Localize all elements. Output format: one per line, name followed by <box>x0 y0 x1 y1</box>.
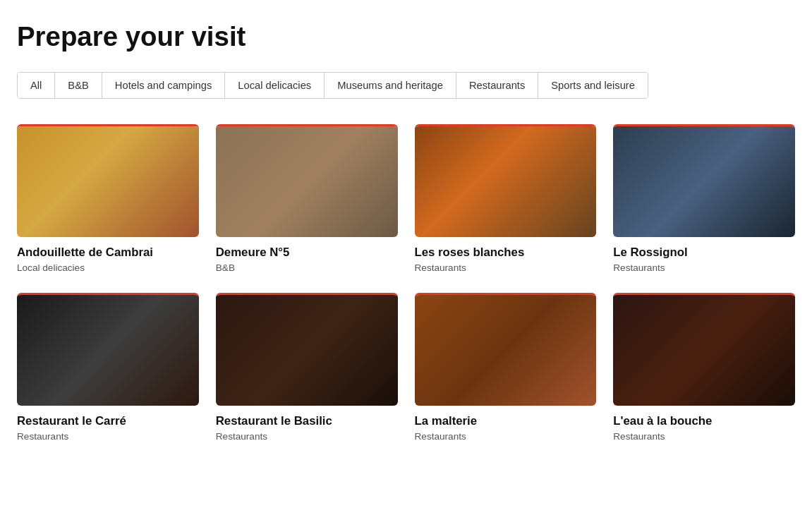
card-title-7: La malterie <box>415 414 597 428</box>
filter-btn-restaurants[interactable]: Restaurants <box>456 73 538 98</box>
card-title-4: Le Rossignol <box>613 246 795 260</box>
card-title-2: Demeure N°5 <box>216 246 398 260</box>
card-item-6[interactable]: Restaurant le BasilicRestaurants <box>216 293 398 442</box>
filter-btn-hotels[interactable]: Hotels and campings <box>102 73 225 98</box>
card-title-3: Les roses blanches <box>415 246 597 260</box>
card-title-8: L'eau à la bouche <box>613 414 795 428</box>
filter-btn-bb[interactable]: B&B <box>55 73 102 98</box>
card-item-3[interactable]: Les roses blanchesRestaurants <box>415 124 597 273</box>
card-image-3 <box>415 124 597 237</box>
card-title-1: Andouillette de Cambrai <box>17 246 199 260</box>
card-item-2[interactable]: Demeure N°5B&B <box>216 124 398 273</box>
card-image-6 <box>216 293 398 406</box>
card-item-7[interactable]: La malterieRestaurants <box>415 293 597 442</box>
card-category-1: Local delicacies <box>17 262 199 273</box>
filter-btn-local[interactable]: Local delicacies <box>225 73 325 98</box>
card-title-5: Restaurant le Carré <box>17 414 199 428</box>
filter-btn-sports[interactable]: Sports and leisure <box>538 73 648 98</box>
card-title-6: Restaurant le Basilic <box>216 414 398 428</box>
card-image-5 <box>17 293 199 406</box>
card-item-1[interactable]: Andouillette de CambraiLocal delicacies <box>17 124 199 273</box>
filter-btn-all[interactable]: All <box>18 73 55 98</box>
card-category-8: Restaurants <box>613 431 795 442</box>
cards-grid: Andouillette de CambraiLocal delicaciesD… <box>17 124 795 442</box>
page-title: Prepare your visit <box>17 21 795 52</box>
card-item-5[interactable]: Restaurant le CarréRestaurants <box>17 293 199 442</box>
filter-bar: AllB&BHotels and campingsLocal delicacie… <box>17 72 648 99</box>
card-category-3: Restaurants <box>415 262 597 273</box>
card-category-4: Restaurants <box>613 262 795 273</box>
card-category-6: Restaurants <box>216 431 398 442</box>
card-category-2: B&B <box>216 262 398 273</box>
card-item-4[interactable]: Le RossignolRestaurants <box>613 124 795 273</box>
card-category-7: Restaurants <box>415 431 597 442</box>
card-image-7 <box>415 293 597 406</box>
filter-btn-museums[interactable]: Museums and heritage <box>325 73 456 98</box>
card-item-8[interactable]: L'eau à la boucheRestaurants <box>613 293 795 442</box>
card-image-1 <box>17 124 199 237</box>
card-category-5: Restaurants <box>17 431 199 442</box>
card-image-8 <box>613 293 795 406</box>
card-image-4 <box>613 124 795 237</box>
card-image-2 <box>216 124 398 237</box>
